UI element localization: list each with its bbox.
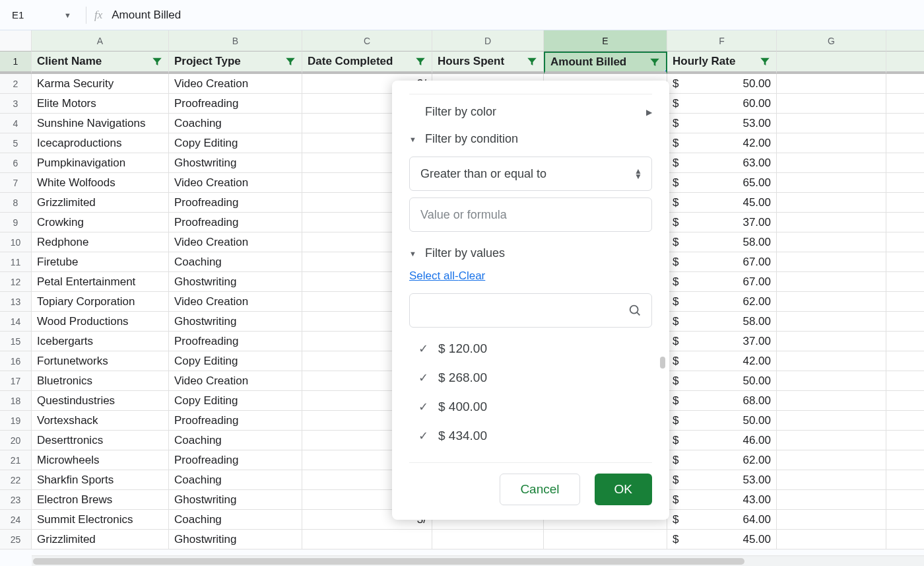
cell-H14[interactable] — [886, 312, 924, 332]
column-header-D[interactable]: D — [432, 30, 544, 52]
row-header-6[interactable]: 6 — [0, 153, 32, 173]
cell-B2[interactable]: Video Creation — [169, 74, 302, 94]
formula-content[interactable]: Amount Billed — [112, 9, 181, 22]
cell-B4[interactable]: Coaching — [169, 114, 302, 133]
cell-B22[interactable]: Coaching — [169, 470, 302, 490]
cell-F16[interactable]: $42.00 — [667, 351, 777, 371]
cell-H24[interactable] — [886, 510, 924, 530]
cell-F5[interactable]: $42.00 — [667, 133, 777, 153]
cell-F10[interactable]: $58.00 — [667, 232, 777, 252]
column-header-F[interactable]: F — [667, 30, 777, 52]
cell-F21[interactable]: $62.00 — [667, 450, 777, 470]
cell-H5[interactable] — [886, 133, 924, 153]
row-header-24[interactable]: 24 — [0, 510, 32, 530]
cell-H7[interactable] — [886, 173, 924, 193]
header-cell-C[interactable]: Date Completed — [302, 52, 432, 74]
row-header-18[interactable]: 18 — [0, 391, 32, 411]
row-header-17[interactable]: 17 — [0, 371, 32, 391]
cell-A12[interactable]: Petal Entertainment — [32, 272, 169, 292]
cell-G11[interactable] — [777, 252, 886, 272]
cell-H2[interactable] — [886, 74, 924, 94]
cell-F18[interactable]: $68.00 — [667, 391, 777, 411]
row-header-5[interactable]: 5 — [0, 133, 32, 153]
cell-B6[interactable]: Ghostwriting — [169, 153, 302, 173]
cell-G3[interactable] — [777, 94, 886, 114]
cell-G19[interactable] — [777, 411, 886, 431]
cell-B11[interactable]: Coaching — [169, 252, 302, 272]
row-header-12[interactable]: 12 — [0, 272, 32, 292]
filter-search-input[interactable] — [419, 303, 628, 318]
cell-G10[interactable] — [777, 232, 886, 252]
cell-A13[interactable]: Topiary Corporation — [32, 292, 169, 312]
cell-F20[interactable]: $46.00 — [667, 431, 777, 450]
cell-B23[interactable]: Ghostwriting — [169, 490, 302, 510]
row-header-11[interactable]: 11 — [0, 252, 32, 272]
cell-B17[interactable]: Video Creation — [169, 371, 302, 391]
cell-F25[interactable]: $45.00 — [667, 530, 777, 549]
filter-icon[interactable] — [414, 55, 426, 67]
cell-G23[interactable] — [777, 490, 886, 510]
cell-A25[interactable]: Grizzlimited — [32, 530, 169, 549]
cell-A21[interactable]: Microwheels — [32, 450, 169, 470]
row-header-9[interactable]: 9 — [0, 213, 32, 232]
cell-B25[interactable]: Ghostwriting — [169, 530, 302, 549]
clear-link[interactable]: Clear — [459, 269, 486, 282]
cell-B7[interactable]: Video Creation — [169, 173, 302, 193]
filter-icon[interactable] — [759, 55, 771, 67]
cell-G13[interactable] — [777, 292, 886, 312]
cell-A7[interactable]: White Wolfoods — [32, 173, 169, 193]
cell-H11[interactable] — [886, 252, 924, 272]
cell-B15[interactable]: Proofreading — [169, 332, 302, 351]
cell-F2[interactable]: $50.00 — [667, 74, 777, 94]
filter-value-item[interactable]: ✓$ 120.00 — [409, 334, 652, 363]
cell-A15[interactable]: Icebergarts — [32, 332, 169, 351]
column-header-G[interactable]: G — [777, 30, 886, 52]
cell-G12[interactable] — [777, 272, 886, 292]
column-header-A[interactable]: A — [32, 30, 169, 52]
cell-F13[interactable]: $62.00 — [667, 292, 777, 312]
cell-B13[interactable]: Video Creation — [169, 292, 302, 312]
cell-H22[interactable] — [886, 470, 924, 490]
cell-H3[interactable] — [886, 94, 924, 114]
cell-F3[interactable]: $60.00 — [667, 94, 777, 114]
column-header-E[interactable]: E — [544, 30, 667, 52]
cell-A9[interactable]: Crowking — [32, 213, 169, 232]
cell-A14[interactable]: Wood Productions — [32, 312, 169, 332]
cell-G16[interactable] — [777, 351, 886, 371]
filter-by-condition-row[interactable]: ▼ Filter by condition — [392, 125, 669, 153]
row-header-1[interactable]: 1 — [0, 52, 32, 74]
cell-G2[interactable] — [777, 74, 886, 94]
cell-G20[interactable] — [777, 431, 886, 450]
cell-B20[interactable]: Coaching — [169, 431, 302, 450]
cell-B16[interactable]: Copy Editing — [169, 351, 302, 371]
cell-G21[interactable] — [777, 450, 886, 470]
cell-F15[interactable]: $37.00 — [667, 332, 777, 351]
cell-E25[interactable] — [544, 530, 667, 549]
column-header-C[interactable]: C — [302, 30, 432, 52]
scrollbar-thumb[interactable] — [33, 558, 744, 565]
cell-F24[interactable]: $64.00 — [667, 510, 777, 530]
cell-B8[interactable]: Proofreading — [169, 193, 302, 213]
cell-B19[interactable]: Proofreading — [169, 411, 302, 431]
select-all-link[interactable]: Select all — [409, 269, 455, 282]
row-header-8[interactable]: 8 — [0, 193, 32, 213]
cell-G17[interactable] — [777, 371, 886, 391]
cell-F23[interactable]: $43.00 — [667, 490, 777, 510]
cell-F22[interactable]: $53.00 — [667, 470, 777, 490]
row-header-22[interactable]: 22 — [0, 470, 32, 490]
cell-H4[interactable] — [886, 114, 924, 133]
cell-A24[interactable]: Summit Electronics — [32, 510, 169, 530]
filter-icon[interactable] — [526, 55, 538, 67]
filter-by-color-row[interactable]: Filter by color ▶ — [392, 98, 669, 125]
row-header-4[interactable]: 4 — [0, 114, 32, 133]
cell-H20[interactable] — [886, 431, 924, 450]
filter-icon[interactable] — [151, 55, 163, 67]
column-header-B[interactable]: B — [169, 30, 302, 52]
scrollbar-thumb[interactable] — [660, 357, 665, 369]
cell-F4[interactable]: $53.00 — [667, 114, 777, 133]
header-cell-H[interactable] — [886, 52, 924, 74]
cell-H12[interactable] — [886, 272, 924, 292]
cell-F12[interactable]: $67.00 — [667, 272, 777, 292]
cell-F6[interactable]: $63.00 — [667, 153, 777, 173]
cell-A16[interactable]: Fortunetworks — [32, 351, 169, 371]
